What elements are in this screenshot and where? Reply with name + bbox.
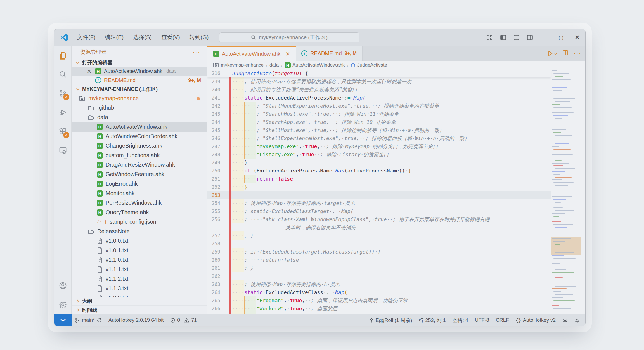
status-item-main*[interactable]: main* bbox=[72, 314, 105, 326]
split-editor-icon[interactable] bbox=[562, 50, 569, 57]
tree-item-v1.0.0.txt[interactable]: v1.0.0.txt bbox=[72, 236, 207, 246]
minimap-line bbox=[553, 98, 575, 99]
minimap-line bbox=[553, 258, 576, 259]
tree-item-AutoActivateWindow.ahk[interactable]: HAutoActivateWindow.ahk bbox=[72, 122, 207, 132]
breadcrumb-item[interactable]: JudgeActivate bbox=[351, 62, 387, 68]
customize-layout-icon[interactable] bbox=[483, 29, 496, 46]
menu-item-选择[interactable]: 选择(S) bbox=[129, 32, 156, 43]
status-item-AutoHotkey[interactable]: {}AutoHotkey v2 bbox=[512, 314, 559, 326]
minimize-button[interactable]: – bbox=[537, 29, 553, 46]
code-line-243: 243········; "SearchHost.exe",·true,··; … bbox=[207, 110, 551, 118]
search-icon[interactable] bbox=[54, 65, 72, 84]
vertical-scrollbar[interactable] bbox=[581, 69, 585, 314]
remote-indicator[interactable]: >< bbox=[54, 314, 72, 326]
close-icon[interactable]: ✕ bbox=[86, 68, 92, 75]
extensions-icon[interactable]: 2 bbox=[54, 122, 72, 141]
menu-item-转到[interactable]: 转到(G) bbox=[186, 32, 213, 43]
tab-AutoActivateWindow.ahk[interactable]: HAutoActivateWindow.ahk✕ bbox=[207, 46, 296, 61]
breadcrumb-item[interactable]: HAutoActivateWindow.ahk bbox=[285, 62, 345, 68]
workspace-section-header[interactable]: MYKEYMAP-ENHANCE (工作区) bbox=[72, 85, 207, 94]
tree-item-mykeymap-enhance[interactable]: mykeymap-enhance bbox=[72, 94, 207, 103]
chevron-down-icon bbox=[75, 87, 80, 91]
tree-item-v1.0.1.txt[interactable]: v1.0.1.txt bbox=[72, 246, 207, 255]
breadcrumb-item[interactable]: data bbox=[269, 62, 279, 68]
open-editors-header[interactable]: 打开的编辑器 bbox=[72, 58, 207, 67]
breadcrumb-label: mykeymap-enhance bbox=[221, 62, 264, 68]
remote-explorer-icon[interactable] bbox=[54, 141, 72, 160]
file-name: README.md bbox=[104, 77, 136, 83]
toggle-sidebar-icon[interactable] bbox=[496, 29, 510, 46]
minimap-line bbox=[552, 179, 562, 180]
tab-README.md[interactable]: iREADME.md9+, M bbox=[296, 46, 363, 61]
tree-item-Monitor.ahk[interactable]: HMonitor.ahk bbox=[72, 189, 207, 198]
tree-item-DragAndResizeWindow.ahk[interactable]: HDragAndResizeWindow.ahk bbox=[72, 160, 207, 170]
tree-item-v1.1.2.txt[interactable]: v1.1.2.txt bbox=[72, 274, 207, 284]
toggle-panel-icon[interactable] bbox=[510, 29, 523, 46]
tree-item-label: ReleaseNote bbox=[97, 228, 130, 235]
menu-item-文件[interactable]: 文件(F) bbox=[73, 32, 100, 43]
minimap-line bbox=[555, 135, 572, 136]
status-item-copilot[interactable] bbox=[559, 314, 571, 326]
minimap[interactable] bbox=[551, 69, 581, 314]
tree-item-AutoWindowColorBorder.ahk[interactable]: HAutoWindowColorBorder.ahk bbox=[72, 132, 207, 141]
toggle-secondary-sidebar-icon[interactable] bbox=[523, 29, 537, 46]
tree-item-QueryTheme.ahk[interactable]: HQueryTheme.ahk bbox=[72, 208, 207, 217]
command-center-search[interactable]: mykeymap-enhance (工作区) bbox=[219, 32, 359, 42]
run-button[interactable] bbox=[547, 50, 557, 56]
code-line-257: 257····; ) bbox=[207, 231, 551, 240]
indent-guide bbox=[93, 151, 93, 160]
breadcrumb-item[interactable]: mykeymap-enhance bbox=[212, 62, 264, 68]
tree-item-GetWindowFeature.ahk[interactable]: HGetWindowFeature.ahk bbox=[72, 170, 207, 179]
tree-item-data[interactable]: data bbox=[72, 113, 207, 122]
explorer-icon[interactable] bbox=[54, 46, 72, 65]
tree-item-LogError.ahk[interactable]: HLogError.ahk bbox=[72, 179, 207, 189]
open-editor-item[interactable]: iREADME.md9+, M bbox=[72, 76, 207, 85]
minimap-line bbox=[552, 255, 564, 256]
modified-dot bbox=[197, 97, 200, 100]
git-modified-bar bbox=[229, 296, 231, 304]
status-item-CRLF[interactable]: CRLF bbox=[493, 314, 512, 326]
tree-item-ReleaseNote[interactable]: ReleaseNote bbox=[72, 227, 207, 236]
status-item-空格:[interactable]: 空格: 4 bbox=[449, 314, 472, 326]
more-actions-icon[interactable]: ··· bbox=[574, 50, 581, 57]
tree-item-v1.1.3.txt[interactable]: v1.1.3.txt bbox=[72, 284, 207, 293]
tree-item-label: v1.1.3.txt bbox=[106, 285, 128, 292]
maximize-button[interactable]: ▢ bbox=[553, 29, 569, 46]
code-editor[interactable]: 216JudgeActivate(targetID) {239····; 使用静… bbox=[207, 69, 585, 314]
status-item-0[interactable]: 071 bbox=[167, 314, 200, 326]
timeline-section-header[interactable]: 时间线 bbox=[72, 305, 207, 314]
menu-item-编辑[interactable]: 编辑(E) bbox=[101, 32, 128, 43]
line-number: 247 bbox=[207, 144, 222, 149]
activity-bar: 22 bbox=[54, 46, 72, 314]
git-modified-bar bbox=[229, 280, 231, 288]
minimap-line bbox=[552, 87, 567, 88]
status-item-行[interactable]: 行 253, 列 1 bbox=[416, 314, 449, 326]
tree-item-.github[interactable]: .github bbox=[72, 103, 207, 113]
menu-item-查看[interactable]: 查看(V) bbox=[157, 32, 184, 43]
run-debug-icon[interactable] bbox=[54, 103, 72, 122]
status-item-bell[interactable] bbox=[571, 314, 583, 326]
outline-section-header[interactable]: 大纲 bbox=[72, 297, 207, 306]
sidebar-more-actions-icon[interactable]: ··· bbox=[193, 48, 200, 56]
open-editor-item[interactable]: ✕HAutoActivateWindow.ahkdata bbox=[72, 67, 207, 76]
account-icon[interactable] bbox=[54, 276, 72, 295]
tree-item-custom_functions.ahk[interactable]: Hcustom_functions.ahk bbox=[72, 151, 207, 160]
tree-item-v1.2.0.txt[interactable]: v1.2.0.txt bbox=[72, 293, 207, 297]
status-item-EggRoll[interactable]: EggRoll (1 周前) bbox=[366, 314, 416, 326]
status-item-UTF-8[interactable]: UTF-8 bbox=[472, 314, 493, 326]
tree-item-PerResizeWindow.ahk[interactable]: HPerResizeWindow.ahk bbox=[72, 198, 207, 208]
close-icon[interactable]: ✕ bbox=[285, 51, 290, 57]
tab-label: README.md bbox=[310, 50, 342, 56]
status-item-AutoHotkey[interactable]: AutoHotkey 2.0.19 64 bit bbox=[105, 314, 167, 326]
close-button[interactable]: ✕ bbox=[569, 29, 585, 46]
tree-item-ChangeBrightness.ahk[interactable]: HChangeBrightness.ahk bbox=[72, 141, 207, 151]
breadcrumb-separator: › bbox=[281, 63, 282, 68]
warning-icon bbox=[184, 318, 189, 323]
source-control-icon[interactable]: 2 bbox=[54, 84, 72, 103]
wrapped-line: 菜单时，确保右键菜单不会消失 bbox=[207, 223, 551, 231]
tree-item-v1.1.1.txt[interactable]: v1.1.1.txt bbox=[72, 265, 207, 274]
tree-item-v1.1.0.txt[interactable]: v1.1.0.txt bbox=[72, 255, 207, 265]
settings-icon[interactable] bbox=[54, 295, 72, 314]
tab-badge: 9+, M bbox=[345, 51, 357, 56]
tree-item-sample-config.json[interactable]: {··}sample-config.json bbox=[72, 217, 207, 227]
